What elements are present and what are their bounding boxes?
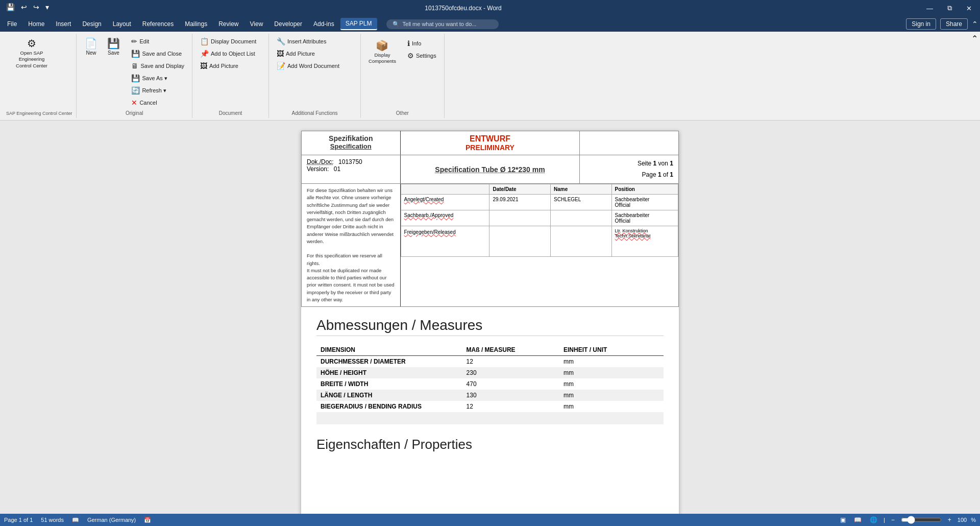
menu-references[interactable]: References [137,18,179,30]
open-sap-btn[interactable]: ⚙ Open SAP EngineeringControl Center [6,36,57,71]
menu-addins[interactable]: Add-ins [308,18,339,30]
new-label: New [86,50,96,56]
sap-group-label: SAP Engineering Control Center [6,109,72,116]
spec-label-en: Specification [307,142,395,150]
meas-5: 12 [462,401,559,412]
measures-table: DIMENSION MAß / MEASURE EINHEIT / UNIT D… [316,344,664,424]
refresh-btn[interactable]: 🔄 Refresh ▾ [128,85,188,96]
edit-label: Edit [139,38,149,44]
web-layout-btn[interactable]: 🌐 [868,516,879,524]
refresh-label: Refresh ▾ [142,87,166,94]
insert-attr-icon: 🔧 [277,37,285,45]
zoom-separator: | [884,517,885,523]
dim-1: DURCHMESSER / DIAMETER [316,356,462,368]
add-obj-btn[interactable]: 📌 Add to Object List [197,48,260,59]
new-btn[interactable]: 📄 New [81,36,101,58]
add-pic2-label: Add Picture [286,51,315,57]
unit-5: mm [559,401,664,412]
other-group-label: Other [365,108,440,116]
table-row: BREITE / WIDTH 470 mm [316,378,664,390]
settings-icon: ⚙ [407,52,414,60]
menu-design[interactable]: Design [77,18,106,30]
doc-title: Specification Tube Ø 12*230 mm [435,165,545,174]
new-icon: 📄 [85,38,97,49]
language-status: German (Germany) [87,517,136,523]
menu-view[interactable]: View [245,18,268,30]
version-value: 01 [334,165,340,173]
zoom-slider[interactable] [901,516,942,524]
status-bar: Page 1 of 1 51 words 📖 German (Germany) … [0,514,980,526]
menu-insert[interactable]: Insert [51,18,76,30]
sign-pos-released: Ltr. KonstruktionTechn.Sekretariat [611,226,678,257]
settings-btn[interactable]: ⚙ Settings [404,50,440,61]
search-box[interactable]: Tell me what you want to do... [403,21,477,27]
ribbon-group-sap: ⚙ Open SAP EngineeringControl Center SAP… [2,34,77,118]
display-comp-btn[interactable]: 📦 DisplayComponents [365,36,400,67]
spec-label-de: Spezifikation [307,134,395,142]
rights-en-text: For this specification we reserve all ri… [307,252,395,303]
meas-3: 470 [462,378,559,390]
status-right: ▣ 📖 🌐 | − + 100 % [838,516,976,524]
sign-date-created: 29.09.2021 [489,195,551,210]
undo-btn[interactable]: ↩ [19,2,29,12]
add-word-btn[interactable]: 📝 Add Word Document [273,60,343,71]
restore-btn[interactable]: ⧉ [943,3,956,13]
info-btn[interactable]: ℹ Info [404,38,440,49]
save-as-btn[interactable]: 💾 Save As ▾ [128,73,188,84]
minimize-btn[interactable]: — [922,3,937,13]
menu-layout[interactable]: Layout [108,18,136,30]
save-ribbon-btn[interactable]: 💾 Save [103,36,124,58]
open-sap-label: Open SAP EngineeringControl Center [10,50,54,69]
display-doc-btn[interactable]: 📋 Display Document [197,36,260,47]
col-header-dim: DIMENSION [316,344,462,356]
edit-btn[interactable]: ✏ Edit [128,36,188,47]
print-layout-btn[interactable]: ▣ [838,516,848,524]
redo-btn[interactable]: ↪ [31,2,41,12]
cancel-btn[interactable]: ✕ Cancel [128,97,188,108]
menu-developer[interactable]: Developer [269,18,307,30]
info-icon: ℹ [407,39,410,47]
document-area: Spezifikation Specification ENTWURF PREL… [0,121,980,526]
properties-section-title: Eigenschaften / Properties [316,437,664,452]
quick-access-toolbar: 💾 ↩ ↪ ▾ [4,2,51,12]
save-label: Save [108,50,119,56]
display-doc-label: Display Document [211,38,256,44]
menu-mailings[interactable]: Mailings [180,18,212,30]
info-label: Info [412,40,421,46]
collapse-ribbon-btn[interactable]: ⌃ [972,20,978,28]
zoom-out-btn[interactable]: − [889,516,897,524]
sign-row-released: Freigegeben/Released Ltr. KonstruktionTe… [401,226,678,257]
menu-sap-plm[interactable]: SAP PLM [340,18,377,30]
signin-btn[interactable]: Sign in [906,18,936,30]
add-pic-btn[interactable]: 🖼 Add Picture [197,60,260,71]
save-display-btn[interactable]: 🖥 Save and Display [128,60,188,71]
save-close-btn[interactable]: 💾 Save and Close [128,48,188,59]
menu-home[interactable]: Home [23,18,50,30]
add-word-icon: 📝 [277,62,285,70]
menu-file[interactable]: File [2,18,22,30]
table-row: HÖHE / HEIGHT 230 mm [316,367,664,378]
share-btn[interactable]: Share [940,18,968,30]
search-icon: 🔍 [393,21,400,28]
save-icon: 💾 [107,38,120,49]
menu-review[interactable]: Review [213,18,243,30]
col-header-unit: EINHEIT / UNIT [559,344,664,356]
sign-row-approved: Sachbearb./Approved SachbearbeiterOffici… [401,210,678,226]
zoom-in-btn[interactable]: + [946,516,953,524]
page-status: Page 1 of 1 [4,517,33,523]
save-quick-btn[interactable]: 💾 [4,2,17,12]
doc-number: 1013750 [338,158,362,165]
dim-3: BREITE / WIDTH [316,378,462,390]
document-page: Spezifikation Specification ENTWURF PREL… [301,131,679,526]
add-pic2-btn[interactable]: 🖼 Add Picture [273,48,343,59]
close-btn[interactable]: ✕ [962,3,976,13]
document-group-label: Document [197,108,264,116]
ribbon-collapse-btn[interactable]: ⌃ [971,34,978,43]
menu-bar: File Home Insert Design Layout Reference… [0,16,980,32]
save-display-label: Save and Display [140,63,184,69]
doc-content: Abmessungen / Measures DIMENSION MAß / M… [301,307,679,463]
read-mode-btn[interactable]: 📖 [852,516,864,524]
qa-dropdown-btn[interactable]: ▾ [43,2,51,12]
sign-pos-approved: SachbearbeiterOfficial [611,210,678,226]
insert-attr-btn[interactable]: 🔧 Insert Attributes [273,36,343,47]
